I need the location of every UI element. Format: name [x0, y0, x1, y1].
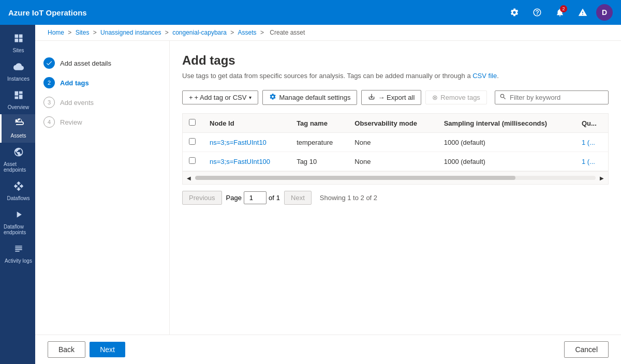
- sidebar-item-dataflow-endpoints-label: Dataflow endpoints: [4, 224, 33, 235]
- row2-checkbox-cell: [183, 152, 203, 171]
- overview-icon: [13, 90, 24, 103]
- sites-icon: [13, 33, 24, 46]
- row2-sampling-interval: 1000 (default): [438, 152, 575, 171]
- settings-icon-btn[interactable]: [505, 3, 524, 22]
- row1-queue-size: 1 (...: [575, 133, 608, 152]
- table-row: ns=3;s=FastUInt10 temperature None 1000 …: [183, 133, 608, 152]
- main-content: Add tags Use tags to get data from speci…: [170, 41, 621, 335]
- search-box: [495, 90, 609, 104]
- sidebar: Sites Instances Overview Assets Asset en…: [0, 25, 35, 364]
- step-circle-3: 3: [43, 97, 55, 108]
- step-label-review: Review: [60, 118, 82, 126]
- of-label: of: [269, 194, 274, 202]
- sidebar-item-overview-label: Overview: [8, 104, 29, 110]
- sidebar-item-assets[interactable]: Assets: [0, 114, 35, 143]
- sidebar-item-dataflow-endpoints[interactable]: Dataflow endpoints: [0, 205, 35, 239]
- table-header-row: Node Id Tag name Observability mode Samp…: [183, 114, 608, 133]
- sidebar-item-overview[interactable]: Overview: [0, 86, 35, 114]
- sidebar-item-asset-endpoints-label: Asset endpoints: [4, 161, 33, 173]
- step-label-add-events: Add events: [60, 99, 94, 107]
- row2-observability-mode: None: [348, 152, 437, 171]
- header-tag-name: Tag name: [290, 114, 348, 133]
- page-input-wrap: Page of 1: [226, 191, 280, 204]
- sidebar-item-dataflows[interactable]: Dataflows: [0, 177, 35, 205]
- tags-table: Node Id Tag name Observability mode Samp…: [183, 114, 608, 171]
- header-observability-mode: Observability mode: [348, 114, 437, 133]
- wizard-sidebar: Add asset details 2 Add tags 3 Add event…: [35, 41, 170, 335]
- dataflow-endpoints-icon: [13, 209, 24, 222]
- horizontal-scrollbar: ◀ ▶: [183, 171, 608, 184]
- row1-checkbox-cell: [183, 133, 203, 152]
- search-input[interactable]: [510, 94, 604, 101]
- step-label-add-asset-details: Add asset details: [60, 59, 111, 67]
- table-row: ns=3;s=FastUInt100 Tag 10 None 1000 (def…: [183, 152, 608, 171]
- breadcrumb-sites[interactable]: Sites: [76, 29, 90, 36]
- row2-checkbox[interactable]: [189, 157, 196, 164]
- notifications-icon-btn[interactable]: 2: [551, 3, 569, 22]
- assets-icon: [13, 118, 24, 131]
- main-layout: Sites Instances Overview Assets Asset en…: [0, 25, 621, 364]
- scroll-right-arrow[interactable]: ▶: [596, 173, 608, 183]
- breadcrumb: Home > Sites > Unassigned instances > co…: [35, 25, 621, 41]
- row1-node-id-link[interactable]: ns=3;s=FastUInt10: [210, 139, 267, 146]
- step-circle-1: [43, 57, 55, 69]
- search-icon: [499, 93, 507, 102]
- manage-default-settings-button[interactable]: Manage default settings: [262, 90, 357, 105]
- next-button[interactable]: Next: [90, 342, 125, 357]
- table-wrapper: Node Id Tag name Observability mode Samp…: [182, 113, 609, 185]
- previous-button[interactable]: Previous: [182, 191, 222, 205]
- header-queue-size: Qu...: [575, 114, 608, 133]
- header-node-id: Node Id: [203, 114, 290, 133]
- export-all-button[interactable]: → Export all: [361, 90, 421, 105]
- add-icon: +: [189, 94, 193, 101]
- sidebar-item-instances-label: Instances: [7, 76, 29, 82]
- scroll-left-arrow[interactable]: ◀: [183, 173, 195, 183]
- select-all-checkbox[interactable]: [189, 119, 196, 126]
- content-area: Home > Sites > Unassigned instances > co…: [35, 25, 621, 364]
- sidebar-item-sites[interactable]: Sites: [0, 29, 35, 57]
- breadcrumb-create-asset: Create asset: [270, 29, 305, 36]
- row2-node-id-link[interactable]: ns=3;s=FastUInt100: [210, 158, 270, 165]
- wizard-step-add-asset-details: Add asset details: [43, 53, 161, 73]
- row1-sampling-interval: 1000 (default): [438, 133, 575, 152]
- pagination-info: Showing 1 to 2 of 2: [320, 194, 377, 202]
- sidebar-item-sites-label: Sites: [12, 48, 24, 53]
- sidebar-item-assets-label: Assets: [10, 133, 26, 139]
- breadcrumb-unassigned-instances[interactable]: Unassigned instances: [100, 29, 161, 36]
- breadcrumb-home[interactable]: Home: [48, 29, 64, 36]
- row2-tag-name: Tag 10: [290, 152, 348, 171]
- row1-checkbox[interactable]: [189, 138, 196, 145]
- add-tag-csv-button[interactable]: + + Add tag or CSV ▾: [182, 90, 258, 104]
- scroll-thumb[interactable]: [195, 176, 515, 180]
- pagination: Previous Page of 1 Next Showing 1 to 2 o…: [182, 191, 609, 205]
- cancel-button[interactable]: Cancel: [564, 341, 609, 358]
- sidebar-item-activity-logs[interactable]: Activity logs: [0, 239, 35, 268]
- dropdown-chevron-icon: ▾: [249, 95, 252, 100]
- page-number-input[interactable]: [244, 191, 267, 204]
- avatar[interactable]: D: [596, 4, 613, 21]
- page-layout: Add asset details 2 Add tags 3 Add event…: [35, 41, 621, 335]
- top-navbar: Azure IoT Operations 2 D: [0, 0, 621, 25]
- export-icon: [368, 93, 375, 102]
- alerts-icon-btn[interactable]: [573, 3, 592, 22]
- sidebar-item-activity-logs-label: Activity logs: [5, 258, 32, 264]
- activity-logs-icon: [13, 244, 24, 256]
- help-icon-btn[interactable]: [528, 3, 546, 22]
- scroll-track[interactable]: [195, 176, 596, 180]
- back-button[interactable]: Back: [48, 341, 85, 358]
- remove-tags-button[interactable]: ⊗ Remove tags: [425, 90, 487, 104]
- sidebar-item-asset-endpoints[interactable]: Asset endpoints: [0, 143, 35, 177]
- wizard-step-add-tags: 2 Add tags: [43, 73, 161, 93]
- page-title: Add tags: [182, 53, 609, 68]
- next-page-button[interactable]: Next: [284, 191, 312, 205]
- wizard-step-add-events: 3 Add events: [43, 93, 161, 112]
- notification-badge: 2: [560, 5, 567, 12]
- header-checkbox-cell: [183, 114, 203, 133]
- row1-tag-name: temperature: [290, 133, 348, 152]
- csv-link[interactable]: CSV file: [472, 72, 497, 80]
- breadcrumb-capybara[interactable]: congenial-capybara: [172, 29, 227, 36]
- sidebar-item-instances[interactable]: Instances: [0, 57, 35, 86]
- breadcrumb-assets[interactable]: Assets: [238, 29, 257, 36]
- step-circle-4: 4: [43, 116, 55, 128]
- toolbar: + + Add tag or CSV ▾ Manage default sett…: [182, 90, 609, 105]
